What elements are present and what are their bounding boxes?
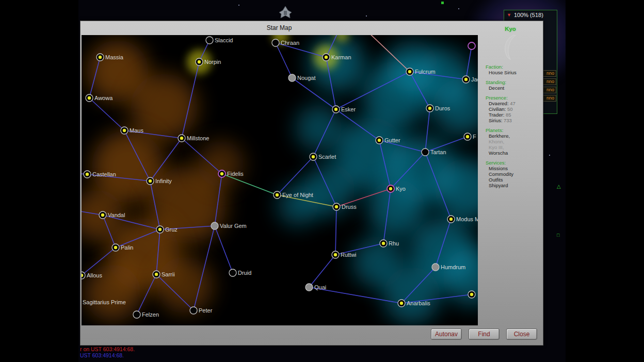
map-system-fulcrum[interactable]: Fulcrum: [406, 68, 436, 75]
map-system-scarlet[interactable]: Scarlet: [310, 153, 336, 160]
map-system-tartan[interactable]: Tartan: [422, 149, 446, 156]
map-system-etopright[interactable]: [468, 42, 475, 50]
map-label: Eye of Night: [282, 192, 313, 198]
map-system-palin[interactable]: Palin: [112, 244, 133, 251]
autonav-button[interactable]: Autonav: [431, 328, 462, 340]
services-label: Services:: [478, 160, 543, 166]
window-title: Star Map: [81, 24, 478, 31]
map-system-gruz[interactable]: Gruz: [156, 226, 178, 233]
map-system-nougat[interactable]: Nougat: [288, 74, 315, 81]
map-label: Nougat: [297, 75, 315, 81]
map-label: Tartan: [430, 149, 446, 155]
map-system-peter[interactable]: Peter: [190, 307, 213, 314]
map-label: Millstone: [187, 135, 209, 141]
map-system-anarbalis[interactable]: Anarbalis: [398, 300, 430, 307]
map-label: Scarlet: [318, 154, 336, 160]
map-system-millstone[interactable]: Millstone: [178, 135, 209, 142]
hud-green-dot: [441, 2, 444, 4]
map-label: Ruttwi: [341, 252, 357, 258]
map-system-castellan[interactable]: Castellan: [84, 171, 116, 178]
map-system-esker[interactable]: Esker: [332, 106, 356, 113]
star-dot: [458, 8, 459, 9]
presence-row: Sirius: 733: [478, 118, 543, 123]
hud-armor-readout: 100% (518): [514, 12, 543, 18]
star-dot: [238, 5, 239, 6]
map-label: Rhu: [389, 240, 399, 246]
map-label: Palin: [121, 244, 133, 251]
log-line-1: r on UST 603:4914:68.: [80, 346, 135, 352]
hud-armor-row: ▼ 100% (518): [504, 10, 557, 20]
map-label: Gutter: [384, 137, 400, 143]
star-map-canvas[interactable]: SlaccidMassiaNorpinChraanKarmanFulcrumJa…: [82, 35, 478, 325]
player-ship-sprite: [278, 6, 293, 20]
map-label: Sarrii: [162, 271, 175, 277]
service-item: Outfits: [478, 177, 543, 183]
map-system-karman[interactable]: Karman: [323, 54, 351, 61]
service-item: Commodity: [478, 171, 543, 177]
map-system-vandal[interactable]: Vandal: [99, 211, 125, 219]
map-label: Vandal: [108, 212, 125, 218]
map-label: Valur Gem: [220, 223, 247, 229]
screen: ▼ 100% (518) nnonnonnonno △ □ r on UST 6…: [0, 0, 644, 362]
map-system-ruttwi[interactable]: Ruttwi: [332, 251, 357, 258]
map-label: Gruz: [165, 226, 178, 233]
map-system-quai[interactable]: Quai: [305, 284, 326, 291]
map-label-sagprime: Sagittarius Prime: [83, 299, 126, 305]
map-system-awowa[interactable]: Awowa: [86, 94, 113, 102]
map-system-norpin[interactable]: Norpin: [196, 58, 221, 65]
map-system-fidelis[interactable]: Fidelis: [218, 170, 244, 177]
map-system-infinity[interactable]: Infinity: [147, 177, 172, 185]
map-label: Quai: [314, 284, 326, 290]
map-system-duros[interactable]: Duros: [426, 105, 450, 112]
map-label: F: [473, 134, 476, 140]
map-label: Anarbalis: [407, 300, 430, 306]
planet-list: Berkhere,Khonn,Kyo III,Worscha: [478, 133, 543, 156]
presence-row: Trader: 85: [478, 112, 543, 118]
map-label: Massia: [105, 54, 124, 60]
map-system-kyo[interactable]: Kyo: [387, 185, 406, 192]
map-system-slaccid[interactable]: Slaccid: [206, 37, 233, 44]
star-map-window: Star Map SlaccidMassiaNorpinChraanKarman…: [80, 21, 543, 345]
map-label: Fidelis: [227, 171, 244, 177]
map-system-felzen[interactable]: Felzen: [133, 311, 159, 318]
map-system-massia[interactable]: Massia: [96, 54, 124, 61]
map-system-chraan[interactable]: Chraan: [272, 39, 299, 46]
map-label: Slaccid: [215, 37, 233, 43]
map-system-eyeofnight[interactable]: Eye of Night: [273, 191, 313, 199]
map-system-bright[interactable]: [468, 291, 475, 298]
map-label: Esker: [341, 106, 356, 112]
standing-value: Decent: [478, 85, 543, 91]
map-system-rhu[interactable]: Rhu: [380, 240, 399, 247]
log-line-2: UST 603:4914:68.: [80, 352, 135, 358]
faction-logo-sirius: [502, 34, 519, 60]
map-label: Maus: [130, 127, 143, 134]
map-label: Jack: [471, 76, 478, 83]
map-system-gutter[interactable]: Gutter: [376, 137, 400, 144]
find-button[interactable]: Find: [469, 328, 500, 340]
map-label: Castellan: [92, 171, 116, 177]
map-label: Modus Manis: [456, 216, 478, 222]
map-label: Felzen: [142, 311, 159, 318]
map-system-modus[interactable]: Modus Manis: [447, 216, 478, 223]
planet-item: Worscha: [478, 150, 543, 156]
close-button[interactable]: Close: [506, 328, 537, 340]
service-list: MissionsCommodityOutfitsShipyard: [478, 166, 543, 188]
standing-label: Standing:: [478, 79, 543, 85]
map-system-druss[interactable]: Druss: [333, 203, 357, 210]
presence-list: Dvaered: 47Civilian: 50Trader: 85Sirius:…: [478, 101, 543, 123]
map-label: Druid: [238, 270, 251, 276]
map-system-valurgem[interactable]: Valur Gem: [211, 222, 247, 229]
presence-row: Civilian: 50: [478, 106, 543, 112]
map-label: Druss: [342, 204, 357, 210]
map-system-humdrum[interactable]: Humdrum: [432, 264, 465, 271]
map-label: Norpin: [204, 59, 221, 65]
map-label: Karman: [331, 54, 351, 60]
game-viewport: ▼ 100% (518) nnonnonnonno △ □ r on UST 6…: [78, 0, 566, 362]
map-system-fright[interactable]: F: [464, 133, 476, 140]
map-label: Allous: [87, 272, 102, 278]
map-system-maus[interactable]: Maus: [121, 127, 143, 134]
map-system-sarrii[interactable]: Sarrii: [153, 271, 175, 278]
selected-system-name: Kyo: [478, 26, 543, 32]
map-system-druid[interactable]: Druid: [229, 269, 251, 276]
map-label: Fulcrum: [415, 69, 436, 75]
